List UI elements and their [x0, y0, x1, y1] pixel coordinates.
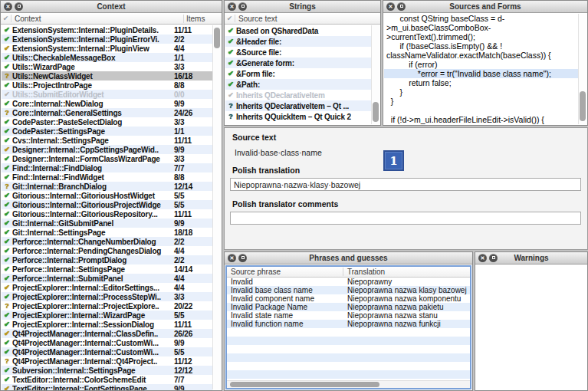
translation-input[interactable] [230, 178, 581, 191]
context-row[interactable]: ✔Qt4ProjectManager::Internal::CustomWi..… [2, 338, 212, 347]
string-row[interactable]: ✔&Header file: [225, 36, 371, 47]
context-row[interactable]: ✔Perforce::Internal::ChangeNumberDialog2… [2, 237, 212, 246]
checkmark-icon: ✔ [2, 54, 12, 61]
phrases-column-header[interactable]: Source phrase Translation [227, 267, 470, 278]
context-name: Perforce::Internal::ChangeNumberDialog [12, 238, 174, 246]
context-row[interactable]: ✔Gitorious::Internal::GitoriousProjectWi… [2, 200, 212, 209]
empty-row [227, 328, 470, 337]
string-row[interactable]: ✔Inherits QDeclarativeItem [225, 90, 371, 100]
scrollbar-thumb[interactable] [580, 91, 586, 121]
context-row[interactable]: ✔Perforce::Internal::SettingsPage14/14 [2, 264, 212, 274]
checkmark-icon: ✔ [2, 339, 12, 347]
context-row[interactable]: ✔Cvs::Internal::SettingsPage11/11 [2, 136, 212, 145]
phrase-row[interactable]: Invalid Package NameNiepoprawna nazwa pa… [227, 303, 470, 311]
sources-scrollbar[interactable] [578, 14, 586, 124]
context-row[interactable]: ✔Find::Internal::FindDialog7/7 [2, 163, 212, 172]
context-row[interactable]: ?ProjectExplorer::Internal::ProjectExplo… [2, 301, 212, 310]
context-row[interactable]: ✔CodePaster::PasteSelectDialog3/3 [2, 117, 212, 127]
context-row[interactable]: ✔Perforce::Internal::PendingChangesDialo… [2, 246, 212, 255]
close-icon[interactable]: ✕ [4, 2, 12, 11]
context-row[interactable]: ✔Perforce::Internal::SubmitPanel4/4 [2, 274, 212, 283]
context-row[interactable]: ✔Designer::Internal::FormClassWizardPage… [2, 154, 212, 163]
items-count: 8/8 [174, 81, 212, 90]
string-row[interactable]: ✔Based on QSharedData [225, 25, 371, 36]
context-row[interactable]: ✔Git::Internal::SettingsPage18/18 [2, 228, 212, 237]
context-name: Qt4ProjectManager::Internal::Qt4Project.… [12, 357, 174, 366]
context-row[interactable]: ?Git::Internal::BranchDialog12/14 [2, 182, 212, 191]
translation-cell: Niepoprawny [343, 278, 470, 286]
context-row[interactable]: ✔Subversion::Internal::SettingsPage12/12 [2, 366, 212, 375]
context-row[interactable]: ✔Designer::Internal::CppSettingsPageWid.… [2, 145, 212, 154]
context-row[interactable]: ✔Qt4ProjectManager::Internal::ClassDefin… [2, 329, 212, 338]
close-icon[interactable]: ✕ [478, 254, 487, 262]
items-count: 4/4 [174, 274, 212, 283]
context-row[interactable]: ✔ProjectExplorer::Internal::SessionDialo… [2, 320, 212, 329]
context-row[interactable]: ✔Utils::ProjectIntroPage8/8 [2, 80, 212, 90]
context-name: Utils::CheckableMessageBox [12, 54, 174, 62]
phrases-horizontal-scrollbar[interactable] [227, 380, 470, 388]
context-row[interactable]: ✔TextEditor::Internal::FontSettingsPage9… [2, 384, 212, 390]
close-icon[interactable]: ✕ [386, 2, 395, 11]
phrase-row[interactable]: Invalid component nameNiepoprawna nazwa … [227, 294, 470, 303]
context-row[interactable]: ✔ExtensionSystem::Internal::PluginView4/… [2, 44, 212, 53]
phrase-row[interactable]: Invalid base class nameNiepoprawna nazwa… [227, 286, 470, 294]
context-row[interactable]: ✔TextEditor::Internal::ColorSchemeEdit7/… [2, 375, 212, 384]
code-line: } [384, 87, 578, 97]
context-row[interactable]: ?Utils::NewClassWidget16/18 [2, 71, 212, 80]
items-count: 5/5 [174, 311, 212, 320]
float-icon[interactable] [397, 2, 406, 11]
checkmark-icon: ✔ [2, 320, 12, 328]
context-row[interactable]: ✔Core::Internal::NewDialog9/9 [2, 99, 212, 108]
context-row[interactable]: ✔ExtensionSystem::Internal::PluginErrorV… [2, 34, 212, 44]
items-count: 2/2 [174, 238, 212, 246]
float-icon[interactable] [15, 2, 23, 11]
context-row[interactable]: ✔Gitorious::Internal::GitoriousRepositor… [2, 209, 212, 219]
string-row[interactable]: ✔&Form file: [225, 68, 371, 79]
context-row[interactable]: ✔Utils::CheckableMessageBox1/1 [2, 53, 212, 62]
context-row[interactable]: ✔CodePaster::SettingsPage1/1 [2, 127, 212, 136]
context-row[interactable]: ✔Utils::SubmitEditorWidget0/0 [2, 90, 212, 99]
context-row[interactable]: ✔ExtensionSystem::Internal::PluginDetail… [2, 25, 212, 34]
context-scrollbar[interactable] [212, 25, 221, 389]
phrase-row[interactable]: InvalidNiepoprawny [227, 278, 470, 286]
context-row[interactable]: ✔Utils::WizardPage3/3 [2, 62, 212, 71]
checkmark-icon: ✔ [2, 201, 12, 209]
context-row[interactable]: ?Qt4ProjectManager::Internal::Qt4Project… [2, 356, 212, 366]
string-row[interactable]: ✔&Source file: [225, 47, 371, 58]
float-icon[interactable] [489, 254, 498, 262]
context-row[interactable]: ✔ProjectExplorer::Internal::EditorSettin… [2, 283, 212, 292]
phrase-row[interactable]: Invalid state nameNiepoprawna nazwa stan… [227, 311, 470, 320]
string-row[interactable]: ✔&Generate form: [225, 58, 371, 68]
close-icon[interactable]: ✕ [228, 2, 236, 11]
context-row[interactable]: ✔ProjectExplorer::Internal::ProcessStepW… [2, 292, 212, 301]
items-count: 2/2 [174, 256, 212, 264]
context-row[interactable]: ✔Git::Internal::GitSubmitPanel9/9 [2, 219, 212, 228]
code-line: const QString baseClass = d- [384, 14, 578, 23]
source-code-view[interactable]: const QString baseClass = d->m_ui.baseCl… [384, 14, 578, 125]
strings-column-header[interactable]: ✔ Source text [225, 13, 380, 25]
float-icon[interactable] [238, 2, 247, 11]
strings-scrollbar[interactable] [371, 25, 379, 124]
translator-comments-input[interactable] [230, 212, 581, 225]
scrollbar-thumb[interactable] [230, 382, 379, 387]
string-row[interactable]: ?Inherits QQuickItem – Qt Quick 2 [225, 111, 371, 122]
context-column-header[interactable]: ✔ Context Items [1, 13, 222, 25]
context-row[interactable]: ✔Qt4ProjectManager::Internal::CustomWi..… [2, 347, 212, 356]
float-icon[interactable] [238, 254, 247, 262]
context-title: Context [97, 2, 125, 11]
question-mark-icon: ? [2, 302, 12, 310]
context-row[interactable]: ✔Perforce::Internal::PromptDialog2/2 [2, 255, 212, 264]
context-row[interactable]: ✔Find::Internal::FindWidget8/8 [2, 172, 212, 182]
close-icon[interactable]: ✕ [228, 254, 236, 262]
string-row[interactable]: ✔&Path: [225, 79, 371, 90]
checkmark-icon: ✔ [2, 385, 12, 390]
context-name: ProjectExplorer::Internal::WizardPage [12, 311, 174, 320]
checkmark-icon: ✔ [2, 100, 12, 107]
context-row[interactable]: ✔Gitorious::Internal::GitoriousHostWidge… [2, 191, 212, 200]
phrase-row[interactable]: Invalid function nameNiepoprawna nazwa f… [227, 320, 470, 328]
scrollbar-thumb[interactable] [373, 102, 379, 122]
context-row[interactable]: ✔ProjectExplorer::Internal::WizardPage5/… [2, 310, 212, 320]
string-row[interactable]: ?Inherits QDeclarativeItem – Qt ... [225, 100, 371, 111]
scrollbar-thumb[interactable] [214, 28, 220, 48]
context-row[interactable]: ?Core::Internal::GeneralSettings24/26 [2, 108, 212, 117]
